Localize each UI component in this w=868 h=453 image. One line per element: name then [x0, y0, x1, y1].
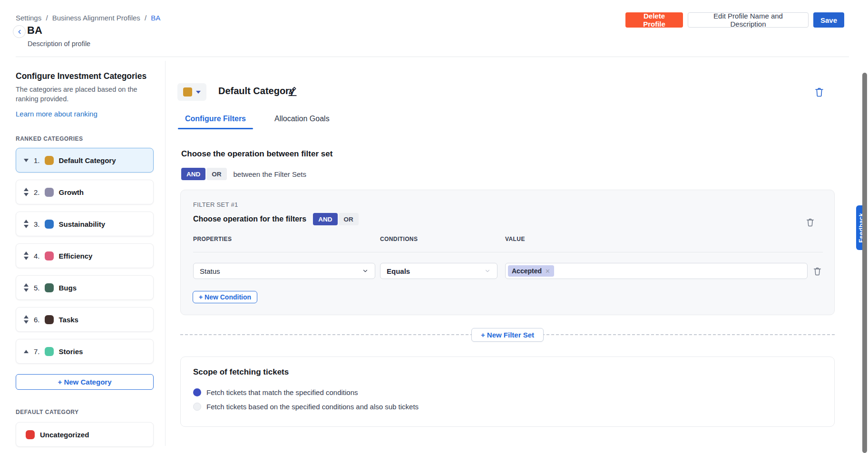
category-name: Bugs [59, 284, 77, 292]
sidebar: Configure Investment Categories The cate… [16, 71, 154, 118]
condition-value: Equals [387, 267, 484, 275]
radio-label: Fetch tickets that match the specified c… [206, 388, 358, 396]
property-select[interactable]: Status [193, 263, 375, 279]
topbar-actions: Delete Profile Edit Profile Name and Des… [625, 12, 844, 28]
reorder-updown-icon[interactable] [22, 283, 30, 292]
toggle-and[interactable]: AND [181, 168, 205, 180]
radio-label: Fetch tickets based on the specified con… [206, 403, 419, 411]
filter-operation-label: Choose operation for the filters [193, 215, 306, 223]
ranked-category-list: 1. Default Category 2. Growth 3. Sustain… [16, 148, 154, 364]
filter-set-operation-row: AND OR between the Filter Sets [181, 168, 306, 180]
arrow-left-icon [16, 29, 23, 35]
delete-condition-button[interactable] [813, 267, 821, 276]
delete-profile-button[interactable]: Delete Profile [625, 12, 683, 28]
scope-option-match[interactable]: Fetch tickets that match the specified c… [193, 388, 358, 396]
learn-more-link[interactable]: Learn more about ranking [16, 110, 98, 118]
breadcrumb-settings[interactable]: Settings [16, 14, 41, 22]
new-category-button[interactable]: + New Category [16, 374, 154, 390]
condition-row: Status Equals Accepted ✕ [193, 263, 821, 279]
category-name: Tasks [59, 316, 78, 324]
column-headers: PROPERTIES CONDITIONS VALUE [193, 236, 525, 242]
scope-card: Scope of fetching tickets Fetch tickets … [180, 357, 835, 427]
tab-bar: Configure Filters Allocation Goals [178, 108, 337, 129]
default-category-item: Uncategorized [16, 422, 154, 447]
main-panel: Default Category Configure Filters Alloc… [165, 61, 849, 446]
chevron-down-icon [362, 268, 369, 274]
edit-category-name-button[interactable] [287, 86, 298, 97]
active-tab-underline [178, 128, 253, 129]
scope-heading: Scope of fetching tickets [193, 367, 289, 377]
value-input[interactable]: Accepted ✕ [505, 263, 808, 279]
trash-icon [813, 267, 821, 276]
sidebar-item-uncategorized[interactable]: Uncategorized [16, 422, 154, 447]
tab-label: Allocation Goals [274, 115, 330, 123]
reorder-up-icon[interactable] [22, 350, 30, 353]
toggle-and[interactable]: AND [313, 213, 337, 225]
tab-allocation-goals[interactable]: Allocation Goals [267, 108, 337, 129]
property-value: Status [200, 267, 362, 275]
reorder-updown-icon[interactable] [22, 220, 30, 228]
breadcrumb-profiles[interactable]: Business Alignment Profiles [52, 14, 140, 22]
reorder-updown-icon[interactable] [22, 188, 30, 196]
category-color-dot [45, 251, 54, 260]
condition-select[interactable]: Equals [380, 263, 497, 279]
category-color-picker[interactable] [177, 83, 206, 101]
sidebar-item-default-category[interactable]: 1. Default Category [16, 148, 154, 173]
sidebar-item-stories[interactable]: 7. Stories [16, 339, 154, 364]
chip-close-icon[interactable]: ✕ [545, 268, 550, 275]
reorder-updown-icon[interactable] [22, 251, 30, 260]
value-chip: Accepted ✕ [508, 265, 554, 277]
delete-category-button[interactable] [815, 87, 824, 97]
new-condition-button[interactable]: + New Condition [193, 291, 257, 303]
category-name: Stories [59, 347, 83, 356]
category-color-dot [45, 347, 54, 356]
radio-selected-icon[interactable] [193, 388, 201, 396]
sidebar-item-growth[interactable]: 2. Growth [16, 180, 154, 204]
sidebar-item-sustainability[interactable]: 3. Sustainability [16, 212, 154, 236]
toggle-or[interactable]: OR [206, 168, 226, 180]
page-description: Description of profile [28, 40, 90, 48]
edit-profile-button[interactable]: Edit Profile Name and Description [688, 12, 809, 28]
reorder-updown-icon[interactable] [22, 315, 30, 324]
new-filter-set-button[interactable]: + New Filter Set [471, 328, 544, 342]
default-category-label: DEFAULT CATEGORY [16, 409, 78, 415]
category-name: Growth [59, 188, 84, 196]
reorder-down-icon[interactable] [22, 159, 30, 162]
category-name: Default Category [59, 156, 116, 164]
category-title: Default Category [218, 86, 294, 96]
tab-label: Configure Filters [185, 115, 246, 123]
sidebar-item-efficiency[interactable]: 4. Efficiency [16, 243, 154, 268]
sidebar-item-bugs[interactable]: 5. Bugs [16, 275, 154, 300]
delete-filter-set-button[interactable] [806, 218, 814, 227]
breadcrumb-separator: / [145, 14, 146, 22]
scope-option-sub-tickets[interactable]: Fetch tickets based on the specified con… [193, 403, 419, 411]
sidebar-item-tasks[interactable]: 6. Tasks [16, 307, 154, 332]
pencil-icon [287, 86, 298, 97]
save-button[interactable]: Save [813, 12, 844, 28]
toggle-suffix-text: between the Filter Sets [234, 170, 306, 178]
column-properties: PROPERTIES [193, 236, 380, 242]
breadcrumb: Settings / Business Alignment Profiles /… [16, 14, 160, 22]
page-title: BA [27, 24, 42, 37]
radio-unselected-icon[interactable] [193, 403, 201, 411]
category-name: Efficiency [59, 252, 93, 260]
category-rank: 3. [34, 220, 40, 228]
and-or-toggle: AND OR [181, 168, 227, 180]
category-name: Sustainability [59, 220, 106, 228]
operation-heading: Choose the operation between filter set [181, 149, 332, 159]
sidebar-title: Configure Investment Categories [16, 71, 154, 81]
vertical-scrollbar[interactable] [862, 73, 867, 453]
ranked-categories-label: RANKED CATEGORIES [16, 135, 83, 142]
breadcrumb-current[interactable]: BA [151, 14, 160, 22]
category-rank: 6. [34, 316, 40, 324]
category-rank: 7. [34, 347, 40, 356]
back-button[interactable] [13, 25, 26, 38]
category-color-dot [26, 430, 35, 439]
sidebar-subtitle: The categories are placed based on the r… [16, 85, 139, 104]
color-swatch [183, 87, 192, 96]
category-color-dot [45, 156, 54, 165]
tab-configure-filters[interactable]: Configure Filters [178, 108, 253, 129]
column-value: VALUE [505, 236, 525, 242]
category-rank: 5. [34, 284, 40, 292]
toggle-or[interactable]: OR [339, 213, 359, 225]
